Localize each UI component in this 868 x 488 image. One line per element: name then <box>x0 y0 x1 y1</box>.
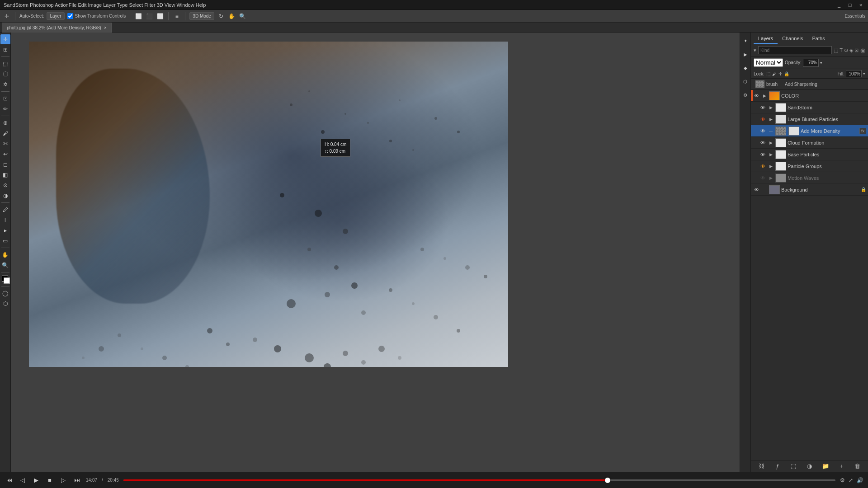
menu-edit[interactable]: Edit <box>78 2 87 8</box>
step-fwd-btn[interactable]: ▷ <box>59 476 68 485</box>
visibility-btn-cloud-formation[interactable]: 👁 <box>759 139 766 146</box>
link-layers-btn[interactable]: ⛓ <box>758 462 766 470</box>
opacity-dropdown-arrow[interactable]: ▾ <box>820 61 822 65</box>
visibility-btn-large-blurred[interactable]: 👁 <box>759 116 766 123</box>
lasso-tool[interactable]: 〇 <box>0 69 10 79</box>
expand-btn-particle-groups[interactable]: ▶ <box>768 163 774 169</box>
brush-tool[interactable]: 🖌 <box>0 128 10 138</box>
gradient-tool[interactable]: ◧ <box>0 170 10 180</box>
ai-btn-1[interactable]: ✦ <box>741 34 750 47</box>
zoom-tool[interactable]: 🔍 <box>0 260 10 270</box>
menu-file[interactable]: File <box>69 2 77 8</box>
fullscreen-icon[interactable]: ⤢ <box>849 477 853 483</box>
pen-tool[interactable]: 🖊 <box>0 205 10 215</box>
path-selection-tool[interactable]: ▸ <box>0 225 10 235</box>
delete-layer-btn[interactable]: 🗑 <box>853 462 861 470</box>
step-back-btn[interactable]: ◁ <box>18 476 27 485</box>
eyedropper-tool[interactable]: ✏ <box>0 104 10 114</box>
go-to-start-btn[interactable]: ⏮ <box>5 476 14 485</box>
menu-layer[interactable]: Layer <box>103 2 116 8</box>
fill-dropdown-arrow[interactable]: ▾ <box>863 71 865 76</box>
expand-btn-add-more-density[interactable]: — <box>768 128 774 134</box>
lock-transparent-btn[interactable]: ⬚ <box>766 71 770 76</box>
menu-3d[interactable]: 3D <box>157 2 163 8</box>
new-layer-btn[interactable]: + <box>837 462 845 470</box>
magic-wand-tool[interactable]: ✲ <box>0 80 10 89</box>
artboard-tool[interactable]: ⊞ <box>0 45 10 55</box>
healing-brush-tool[interactable]: ⊕ <box>0 118 10 128</box>
visibility-btn-background[interactable]: 👁 <box>753 186 760 193</box>
visibility-btn-sandstorm[interactable]: 👁 <box>759 104 766 111</box>
expand-btn-background[interactable]: — <box>761 187 768 193</box>
layer-item-motion-waves[interactable]: 👁 ▶ Motion Waves <box>751 172 868 184</box>
ai-btn-5[interactable]: ⚙ <box>741 89 750 101</box>
align-center-icon[interactable]: ⬛ <box>145 12 153 20</box>
opacity-input[interactable] <box>803 59 819 67</box>
layer-item-cloud-formation[interactable]: 👁 ▶ Cloud Formation <box>751 137 868 149</box>
ai-btn-3[interactable]: ◆ <box>741 61 750 74</box>
menu-view[interactable]: View <box>165 2 175 8</box>
clone-stamp-tool[interactable]: ✄ <box>0 139 10 149</box>
canvas-area[interactable]: H: 0.04 cm ↕: 0.09 cm <box>11 33 740 472</box>
align-right-icon[interactable]: ⬜ <box>156 12 164 20</box>
menu-window[interactable]: Window <box>177 2 194 8</box>
lock-all-btn[interactable]: 🔒 <box>784 71 789 76</box>
menu-image[interactable]: Image <box>88 2 102 8</box>
history-brush-tool[interactable]: ↩ <box>0 149 10 159</box>
foreground-color[interactable] <box>0 274 10 284</box>
close-btn[interactable]: × <box>857 2 864 8</box>
type-tool[interactable]: T <box>0 215 10 225</box>
minimize-btn[interactable]: _ <box>835 2 843 8</box>
filter-icon-2[interactable]: T <box>840 47 843 53</box>
visibility-btn-add-more-density[interactable]: 👁 <box>759 127 766 135</box>
screen-mode-btn[interactable]: ⬡ <box>0 299 10 309</box>
marquee-tool[interactable]: ⬚ <box>0 59 10 69</box>
visibility-btn-particle-groups[interactable]: 👁 <box>759 163 766 170</box>
expand-btn-large-blurred[interactable]: ▶ <box>768 116 774 122</box>
go-to-end-btn[interactable]: ⏭ <box>72 476 81 485</box>
move-tool[interactable]: ✛ <box>0 34 10 44</box>
new-group-btn[interactable]: 📁 <box>821 462 830 470</box>
layer-item-base-particles[interactable]: 👁 ▶ Base Particles <box>751 149 868 160</box>
filter-icons[interactable]: ⬚ T ⊙ ◈ ⊡ <box>834 47 859 53</box>
filter-icon-4[interactable]: ◈ <box>849 47 853 53</box>
timeline-thumb[interactable] <box>605 478 610 483</box>
lock-position-btn[interactable]: ✛ <box>778 71 782 76</box>
brush-item[interactable]: brush <box>754 80 779 89</box>
rotate-3d-icon[interactable]: ↻ <box>217 12 225 20</box>
filter-icon-5[interactable]: ⊡ <box>854 47 859 53</box>
shape-tool[interactable]: ▭ <box>0 236 10 246</box>
expand-btn-motion-waves[interactable]: ▶ <box>768 175 774 181</box>
new-fill-layer-btn[interactable]: ◑ <box>805 462 813 470</box>
search-input[interactable] <box>758 46 832 54</box>
maximize-btn[interactable]: □ <box>846 2 854 8</box>
distribute-icon[interactable]: ≡ <box>173 12 181 20</box>
tab-paths[interactable]: Paths <box>808 34 830 44</box>
filter-toggle[interactable]: ◉ <box>860 47 865 54</box>
stop-btn[interactable]: ■ <box>45 476 54 485</box>
dodge-tool[interactable]: ◑ <box>0 191 10 201</box>
ai-btn-2[interactable]: ▶ <box>741 48 750 61</box>
move-tool-icon[interactable]: ✛ <box>3 12 11 20</box>
menu-select[interactable]: Select <box>129 2 143 8</box>
filter-icon-3[interactable]: ⊙ <box>844 47 848 53</box>
hand-tool[interactable]: ✋ <box>0 250 10 260</box>
fill-input[interactable] <box>846 70 862 77</box>
zoom-3d-icon[interactable]: 🔍 <box>239 12 247 20</box>
menu-help[interactable]: Help <box>196 2 206 8</box>
visibility-btn-base-particles[interactable]: 👁 <box>759 151 766 158</box>
expand-btn-base-particles[interactable]: ▶ <box>768 151 774 158</box>
crop-tool[interactable]: ⊡ <box>0 94 10 103</box>
tab-channels[interactable]: Channels <box>778 34 807 44</box>
add-sharpening-item[interactable]: Add Sharpening <box>783 81 819 88</box>
layer-item-large-blurred[interactable]: 👁 ▶ Large Blurred Particles <box>751 113 868 125</box>
lock-image-btn[interactable]: 🖌 <box>772 71 777 76</box>
layer-item-particle-groups[interactable]: 👁 ▶ Particle Groups <box>751 160 868 172</box>
pan-icon[interactable]: ✋ <box>228 12 236 20</box>
filter-icon-1[interactable]: ⬚ <box>834 47 838 53</box>
document-tab[interactable]: photo.jpg @ 38.2% (Add More Density, RGB… <box>2 23 112 33</box>
3d-mode-btn[interactable]: 3D Mode <box>189 12 214 20</box>
settings-icon[interactable]: ⚙ <box>840 477 845 483</box>
tab-layers[interactable]: Layers <box>754 34 778 44</box>
eraser-tool[interactable]: ◻ <box>0 160 10 169</box>
